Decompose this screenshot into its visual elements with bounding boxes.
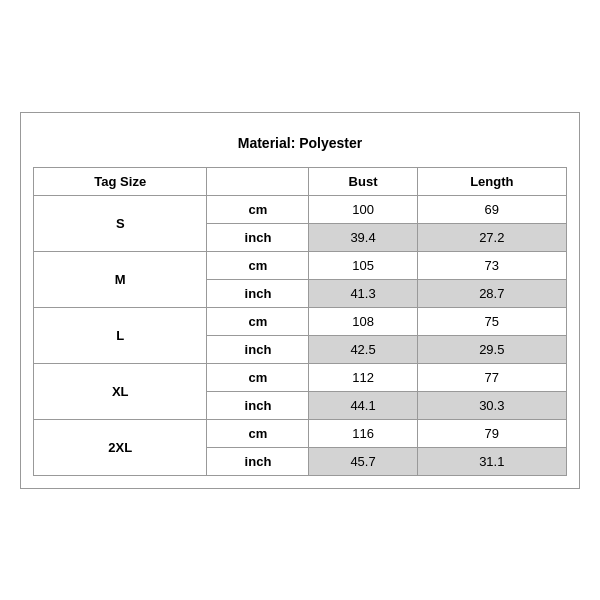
bust-cm-value: 105 <box>309 251 417 279</box>
length-cm-value: 73 <box>417 251 566 279</box>
header-length: Length <box>417 167 566 195</box>
length-cm-value: 77 <box>417 363 566 391</box>
bust-cm-value: 100 <box>309 195 417 223</box>
unit-cell-cm: cm <box>207 307 309 335</box>
bust-cm-value: 108 <box>309 307 417 335</box>
bust-inch-value: 42.5 <box>309 335 417 363</box>
unit-cell-inch: inch <box>207 391 309 419</box>
size-cell: XL <box>34 363 207 419</box>
unit-cell-cm: cm <box>207 251 309 279</box>
length-cm-value: 79 <box>417 419 566 447</box>
bust-inch-value: 39.4 <box>309 223 417 251</box>
length-cm-value: 69 <box>417 195 566 223</box>
bust-inch-value: 41.3 <box>309 279 417 307</box>
chart-title: Material: Polyester <box>33 125 567 167</box>
length-inch-value: 31.1 <box>417 447 566 475</box>
size-cell: M <box>34 251 207 307</box>
unit-cell-cm: cm <box>207 363 309 391</box>
bust-inch-value: 44.1 <box>309 391 417 419</box>
unit-cell-inch: inch <box>207 223 309 251</box>
length-cm-value: 75 <box>417 307 566 335</box>
header-tag-size: Tag Size <box>34 167 207 195</box>
size-cell: L <box>34 307 207 363</box>
table-row: XLcm11277 <box>34 363 567 391</box>
length-inch-value: 27.2 <box>417 223 566 251</box>
unit-cell-cm: cm <box>207 195 309 223</box>
size-table: Tag Size Bust Length Scm10069inch39.427.… <box>33 167 567 476</box>
unit-cell-inch: inch <box>207 335 309 363</box>
length-inch-value: 30.3 <box>417 391 566 419</box>
header-bust: Bust <box>309 167 417 195</box>
bust-inch-value: 45.7 <box>309 447 417 475</box>
bust-cm-value: 116 <box>309 419 417 447</box>
unit-cell-cm: cm <box>207 419 309 447</box>
bust-cm-value: 112 <box>309 363 417 391</box>
header-unit <box>207 167 309 195</box>
table-row: 2XLcm11679 <box>34 419 567 447</box>
table-row: Scm10069 <box>34 195 567 223</box>
size-cell: 2XL <box>34 419 207 475</box>
unit-cell-inch: inch <box>207 279 309 307</box>
length-inch-value: 29.5 <box>417 335 566 363</box>
table-row: Lcm10875 <box>34 307 567 335</box>
length-inch-value: 28.7 <box>417 279 566 307</box>
table-row: Mcm10573 <box>34 251 567 279</box>
size-cell: S <box>34 195 207 251</box>
size-chart-container: Material: Polyester Tag Size Bust Length… <box>20 112 580 489</box>
unit-cell-inch: inch <box>207 447 309 475</box>
